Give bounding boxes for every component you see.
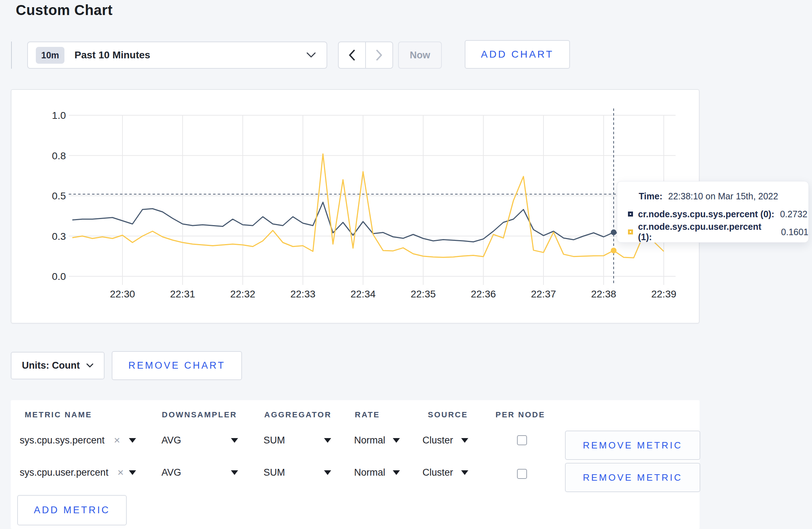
source-value[interactable]: Cluster: [422, 435, 453, 446]
time-step-buttons: [338, 42, 393, 69]
x-axis-tick-label: 22:33: [290, 288, 315, 300]
tooltip-series-user-name: cr.node.sys.cpu.user.percent (1):: [638, 222, 775, 242]
tooltip-series-sys-value: 0.2732: [780, 209, 807, 219]
prev-time-button[interactable]: [339, 42, 365, 68]
now-button[interactable]: Now: [398, 42, 442, 69]
downsampler-caret-icon[interactable]: [231, 438, 238, 443]
remove-metric-x-icon[interactable]: ×: [117, 467, 124, 478]
tooltip-series-user-value: 0.1601: [781, 227, 808, 237]
source-caret-icon[interactable]: [461, 438, 468, 443]
toolbar-divider: [11, 42, 12, 69]
aggregator-caret-icon[interactable]: [324, 470, 331, 475]
aggregator-value[interactable]: SUM: [264, 435, 285, 446]
tooltip-time-label: Time:: [639, 191, 662, 202]
chart-panel: 0.00.30.50.81.022:3022:3122:3222:3322:34…: [11, 89, 700, 324]
rate-caret-icon[interactable]: [393, 470, 400, 475]
units-label: Units: Count: [22, 360, 80, 371]
metric-dropdown-caret-icon[interactable]: [129, 438, 136, 443]
source-caret-icon[interactable]: [461, 470, 468, 475]
x-axis-tick-label: 22:36: [471, 288, 496, 300]
chevron-down-icon: [86, 363, 93, 368]
col-header-per-node: PER NODE: [496, 410, 545, 419]
metric-dropdown-caret-icon[interactable]: [129, 470, 136, 475]
aggregator-caret-icon[interactable]: [324, 438, 331, 443]
x-axis-tick-label: 22:31: [170, 288, 195, 300]
rate-value[interactable]: Normal: [354, 435, 385, 446]
metric-name-value[interactable]: sys.cpu.sys.percent: [20, 435, 105, 446]
add-chart-button[interactable]: ADD CHART: [465, 40, 570, 69]
per-node-checkbox[interactable]: [517, 435, 527, 445]
chevron-down-icon: [306, 52, 316, 58]
per-node-checkbox[interactable]: [517, 469, 527, 479]
source-value[interactable]: Cluster: [422, 467, 453, 478]
y-axis-tick-label: 0.3: [52, 231, 66, 242]
y-axis-tick-label: 1.0: [52, 110, 66, 121]
x-axis-tick-label: 22:34: [351, 288, 376, 300]
series-user-swatch-icon: [628, 229, 633, 234]
col-header-source: SOURCE: [428, 410, 468, 419]
remove-chart-button[interactable]: REMOVE CHART: [112, 351, 242, 380]
chevron-right-icon: [376, 50, 382, 60]
remove-metric-button[interactable]: REMOVE METRIC: [565, 463, 700, 492]
chevron-left-icon: [349, 50, 355, 60]
remove-metric-x-icon[interactable]: ×: [114, 435, 120, 446]
tooltip-series-sys-name: cr.node.sys.cpu.sys.percent (0):: [638, 209, 774, 219]
custom-chart-page: Custom Chart 10m Past 10 Minutes Now ADD…: [0, 0, 812, 529]
rate-caret-icon[interactable]: [393, 438, 400, 443]
downsampler-caret-icon[interactable]: [231, 470, 238, 475]
time-range-dropdown[interactable]: 10m Past 10 Minutes: [27, 42, 327, 69]
time-range-badge: 10m: [36, 47, 64, 64]
page-title: Custom Chart: [16, 2, 112, 18]
x-axis-tick-label: 22:30: [110, 288, 135, 300]
aggregator-value[interactable]: SUM: [264, 467, 285, 478]
crosshair-point-marker: [611, 229, 617, 235]
tooltip-time-value: 22:38:10 on Mar 15th, 2022: [668, 191, 778, 202]
col-header-aggregator: AGGREGATOR: [264, 410, 332, 419]
metric-name-value[interactable]: sys.cpu.user.percent: [20, 467, 108, 478]
add-metric-button[interactable]: ADD METRIC: [17, 495, 127, 525]
chart-svg[interactable]: 0.00.30.50.81.022:3022:3122:3222:3322:34…: [11, 90, 699, 323]
units-dropdown[interactable]: Units: Count: [11, 352, 105, 379]
y-axis-tick-label: 0.5: [52, 190, 66, 202]
x-axis-tick-label: 22:37: [531, 288, 556, 300]
time-range-label: Past 10 Minutes: [74, 49, 306, 61]
next-time-button[interactable]: [365, 42, 392, 68]
y-axis-tick-label: 0.8: [52, 150, 66, 161]
col-header-rate: RATE: [355, 410, 380, 419]
downsampler-value[interactable]: AVG: [161, 435, 181, 446]
x-axis-tick-label: 22:38: [591, 288, 616, 300]
series-line-1[interactable]: [72, 154, 664, 258]
col-header-metric-name: METRIC NAME: [25, 410, 92, 419]
series-sys-swatch-icon: [628, 212, 633, 217]
y-axis-tick-label: 0.0: [52, 271, 66, 282]
downsampler-value[interactable]: AVG: [161, 467, 181, 478]
x-axis-tick-label: 22:39: [651, 288, 676, 300]
x-axis-tick-label: 22:35: [411, 288, 436, 300]
col-header-downsampler: DOWNSAMPLER: [162, 410, 237, 419]
rate-value[interactable]: Normal: [354, 467, 385, 478]
chart-hover-tooltip: Time: 22:38:10 on Mar 15th, 2022 cr.node…: [617, 181, 809, 243]
crosshair-point-marker: [611, 248, 617, 253]
remove-metric-button[interactable]: REMOVE METRIC: [565, 431, 700, 460]
x-axis-tick-label: 22:32: [230, 288, 255, 300]
